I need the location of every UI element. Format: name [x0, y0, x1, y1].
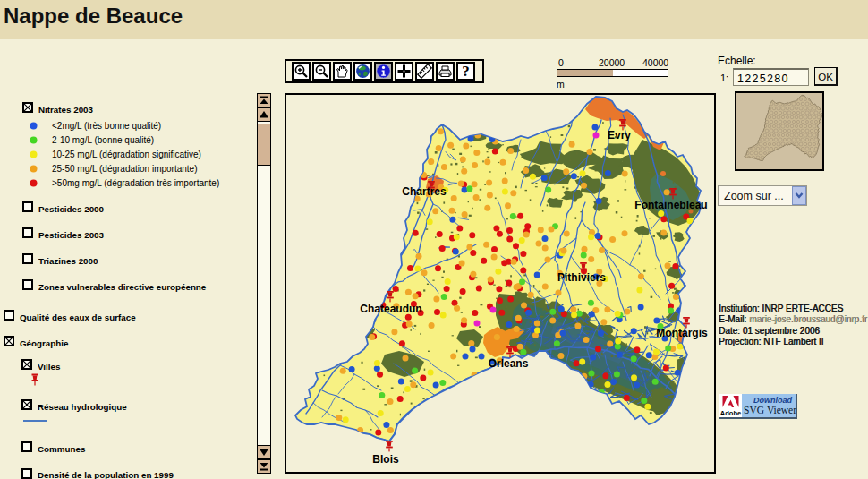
svg-text:Pithiviers: Pithiviers: [557, 271, 606, 284]
svg-text:Evry: Evry: [608, 129, 631, 141]
svg-text:Chartres: Chartres: [402, 185, 447, 198]
svg-text:Adobe: Adobe: [720, 409, 741, 417]
svg-text:Fontainebleau: Fontainebleau: [634, 199, 707, 211]
svg-text:Orleans: Orleans: [489, 357, 529, 370]
svg-text:?: ?: [462, 64, 470, 79]
svg-text:Blois: Blois: [372, 453, 399, 466]
svg-text:Montargis: Montargis: [656, 327, 708, 339]
svg-text:Chateaudun: Chateaudun: [360, 303, 421, 315]
